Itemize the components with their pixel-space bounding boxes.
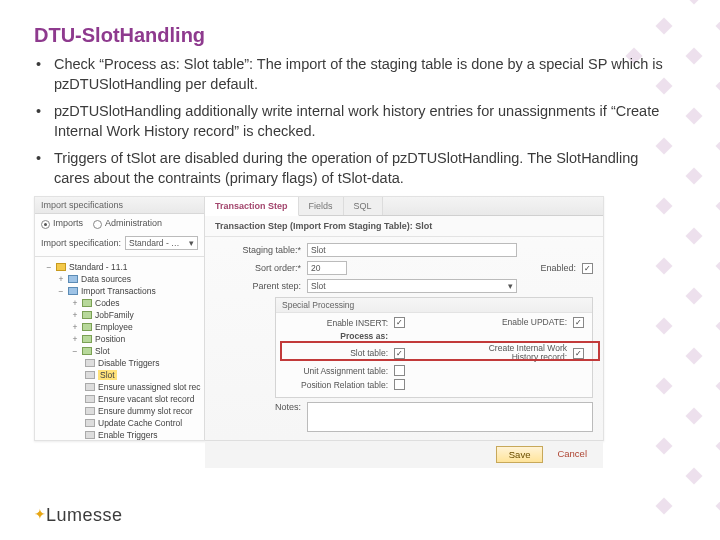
tab-bar: Transaction Step Fields SQL xyxy=(205,197,603,216)
parent-value: Slot xyxy=(311,281,326,291)
tab-transaction-step[interactable]: Transaction Step xyxy=(205,197,299,216)
screenshot-panel: Import specifications Imports Administra… xyxy=(34,196,604,441)
history-checkbox[interactable] xyxy=(573,348,584,359)
tree-child[interactable]: Disable Triggers xyxy=(37,357,202,369)
bullet-list: Check “Process as: Slot table”: The impo… xyxy=(0,55,720,188)
radio-row: Imports Administration xyxy=(35,214,204,232)
tab-sql[interactable]: SQL xyxy=(344,197,383,215)
enabled-label: Enabled: xyxy=(462,263,582,273)
slot-table-checkbox[interactable] xyxy=(394,348,405,359)
spec-label: Import specification: xyxy=(41,238,121,248)
chevron-down-icon: ▾ xyxy=(508,281,513,291)
tree-item[interactable]: +Codes xyxy=(37,297,202,309)
unit-checkbox[interactable] xyxy=(394,365,405,376)
brand-name: Lumesse xyxy=(46,505,123,525)
process-as-label: Process as: xyxy=(284,331,394,341)
unit-label: Unit Assignment table: xyxy=(284,366,394,376)
tree-label: Ensure vacant slot record xyxy=(98,394,194,404)
imports-radio-label: Imports xyxy=(53,218,83,228)
update-checkbox[interactable] xyxy=(573,317,584,328)
tree-item[interactable]: +Position xyxy=(37,333,202,345)
chevron-down-icon: ▾ xyxy=(189,238,194,248)
tree-label: Enable Triggers xyxy=(98,430,158,440)
tree-root-label: Standard - 11.1 xyxy=(69,262,128,272)
tree-label: JobFamily xyxy=(95,310,134,320)
tree-label: Employee xyxy=(95,322,133,332)
sort-value: 20 xyxy=(311,263,320,273)
tree-item[interactable]: +Employee xyxy=(37,321,202,333)
group-header: Special Processing xyxy=(276,298,592,313)
tree-child[interactable]: Ensure unassigned slot rec xyxy=(37,381,202,393)
tree-import-trans[interactable]: −Import Transactions xyxy=(37,285,202,297)
tree-label: Slot xyxy=(98,370,117,380)
staging-value: Slot xyxy=(311,245,326,255)
page-title: DTU-SlotHandling xyxy=(0,0,720,55)
tree-label: Ensure dummy slot recor xyxy=(98,406,192,416)
notes-textarea[interactable] xyxy=(307,402,593,432)
special-processing-group: Special Processing Enable INSERT: Enable… xyxy=(275,297,593,398)
tree-label: Data sources xyxy=(81,274,131,284)
pos-label: Position Relation table: xyxy=(284,380,394,390)
update-label: Enable UPDATE: xyxy=(458,318,573,327)
spec-select-value: Standard - … xyxy=(129,238,180,248)
insert-label: Enable INSERT: xyxy=(284,318,394,328)
sort-input[interactable]: 20 xyxy=(307,261,347,275)
tree-label: Position xyxy=(95,334,125,344)
tree-item-slot[interactable]: −Slot xyxy=(37,345,202,357)
parent-select[interactable]: Slot ▾ xyxy=(307,279,517,293)
history-label: Create Internal Work History record: xyxy=(458,344,573,362)
tree-label: Disable Triggers xyxy=(98,358,159,368)
insert-checkbox[interactable] xyxy=(394,317,405,328)
import-spec-pane: Import specifications Imports Administra… xyxy=(35,197,205,440)
notes-label: Notes: xyxy=(215,402,307,412)
tab-fields[interactable]: Fields xyxy=(299,197,344,215)
brand-logo: ✦Lumesse xyxy=(34,505,123,526)
pos-checkbox[interactable] xyxy=(394,379,405,390)
tree-child[interactable]: Enable Triggers xyxy=(37,429,202,441)
spark-icon: ✦ xyxy=(34,506,46,522)
spec-select[interactable]: Standard - … ▾ xyxy=(125,236,198,250)
imports-radio[interactable]: Imports xyxy=(41,218,83,228)
enabled-checkbox[interactable] xyxy=(582,263,593,274)
admin-radio-label: Administration xyxy=(105,218,162,228)
save-button[interactable]: Save xyxy=(496,446,544,463)
tree-item[interactable]: +JobFamily xyxy=(37,309,202,321)
sort-label: Sort order:* xyxy=(215,263,307,273)
tree-child[interactable]: Ensure vacant slot record xyxy=(37,393,202,405)
detail-form: Staging table:* Slot Sort order:* 20 Ena… xyxy=(205,237,603,440)
tree-child-selected[interactable]: Slot xyxy=(37,369,202,381)
bullet-item: pzDTUSlotHandling additionally write int… xyxy=(54,102,666,141)
button-bar: Save Cancel xyxy=(205,440,603,468)
staging-input[interactable]: Slot xyxy=(307,243,517,257)
cancel-link[interactable]: Cancel xyxy=(553,446,591,463)
slot-table-label: Slot table: xyxy=(284,348,394,358)
tree-label: Slot xyxy=(95,346,110,356)
bullet-item: Check “Process as: Slot table”: The impo… xyxy=(54,55,666,94)
tree-label: Import Transactions xyxy=(81,286,156,296)
spec-tree: −Standard - 11.1 +Data sources −Import T… xyxy=(35,257,204,441)
tree-label: Update Cache Control xyxy=(98,418,182,428)
tree-label: Codes xyxy=(95,298,120,308)
tree-label: Ensure unassigned slot rec xyxy=(98,382,201,392)
pane-header: Import specifications xyxy=(35,197,204,214)
tree-root[interactable]: −Standard - 11.1 xyxy=(37,261,202,273)
tree-data-sources[interactable]: +Data sources xyxy=(37,273,202,285)
admin-radio[interactable]: Administration xyxy=(93,218,162,228)
staging-label: Staging table:* xyxy=(215,245,307,255)
tree-child[interactable]: Update Cache Control xyxy=(37,417,202,429)
bullet-item: Triggers of tSlot are disabled during th… xyxy=(54,149,666,188)
parent-label: Parent step: xyxy=(215,281,307,291)
detail-subheader: Transaction Step (Import From Staging Ta… xyxy=(205,216,603,237)
detail-pane: Transaction Step Fields SQL Transaction … xyxy=(205,197,603,440)
tree-child[interactable]: Ensure dummy slot recor xyxy=(37,405,202,417)
